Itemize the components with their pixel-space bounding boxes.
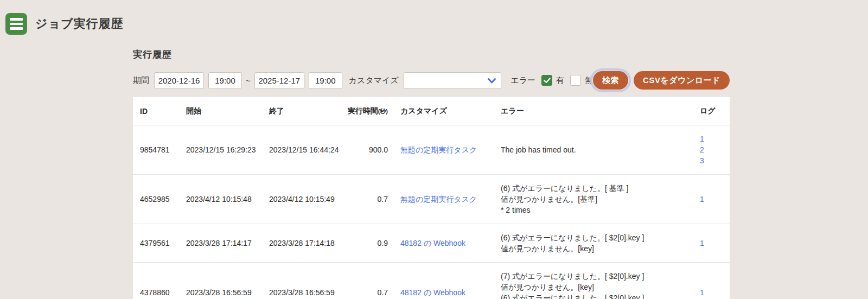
main-content: 実行履歴 期間 ~ カスタマイズ エラー 有 無 検索 CSVをダウンロード — [133, 48, 730, 299]
cell-start: 2023/4/12 10:15:48 — [179, 175, 262, 224]
cell-end: 2023/4/12 10:15:49 — [262, 175, 342, 224]
cell-start: 2023/3/28 17:14:17 — [179, 224, 262, 263]
table-row: 9854781 2023/12/15 16:29:23 2023/12/15 1… — [133, 125, 730, 175]
cell-customize: 48182 の Webhook — [392, 263, 493, 299]
cell-id: 9854781 — [133, 125, 179, 175]
header-error: エラー — [493, 97, 692, 125]
table-row: 4378860 2023/3/28 16:56:59 2023/3/28 16:… — [133, 263, 730, 299]
cell-id: 4652985 — [133, 175, 179, 224]
header-log: ログ — [692, 97, 730, 125]
cell-customize: 無題の定期実行タスク — [392, 125, 493, 175]
error-yes-label: 有 — [556, 75, 564, 86]
customize-task-link[interactable]: 無題の定期実行タスク — [400, 145, 477, 154]
job-history-table: ID 開始 終了 実行時間(秒) カスタマイズ エラー ログ 9854781 2… — [133, 97, 730, 299]
cell-logs: 1 — [692, 224, 730, 263]
log-link[interactable]: 1 — [700, 287, 704, 298]
cell-logs: 1 — [692, 263, 730, 299]
cell-end: 2023/3/28 16:56:59 — [262, 263, 342, 299]
cell-customize: 48182 の Webhook — [392, 224, 493, 263]
checkmark-icon — [544, 78, 551, 84]
header-id: ID — [133, 97, 179, 125]
cell-start: 2023/3/28 16:56:59 — [179, 263, 262, 299]
cell-end: 2023/3/28 17:14:18 — [262, 224, 342, 263]
table-header-row: ID 開始 終了 実行時間(秒) カスタマイズ エラー ログ — [133, 97, 730, 125]
time-to-input[interactable] — [309, 72, 342, 89]
header-end: 終了 — [262, 97, 342, 125]
date-from-input[interactable] — [154, 72, 204, 89]
cell-duration: 0.9 — [342, 224, 392, 263]
header-duration: 実行時間(秒) — [342, 97, 392, 125]
search-button[interactable]: 検索 — [593, 71, 628, 90]
top-bar: ジョブ実行履歴 — [0, 0, 868, 35]
period-label: 期間 — [133, 75, 149, 86]
customize-select[interactable] — [404, 72, 501, 89]
error-filter-label: エラー — [510, 75, 535, 86]
customize-filter-label: カスタマイズ — [349, 75, 399, 86]
header-start: 開始 — [179, 97, 262, 125]
cell-id: 4378860 — [133, 263, 179, 299]
error-yes-checkbox[interactable] — [541, 75, 552, 86]
range-separator: ~ — [246, 76, 251, 85]
cell-error: (7) 式がエラーになりました。[ $2[0].key ] 値が見つかりません。… — [493, 263, 692, 299]
cell-customize: 無題の定期実行タスク — [392, 175, 493, 224]
cell-duration: 900.0 — [342, 125, 392, 175]
cell-duration: 0.7 — [342, 263, 392, 299]
customize-webhook-link[interactable]: 48182 の Webhook — [400, 239, 465, 247]
filter-bar: 期間 ~ カスタマイズ エラー 有 無 検索 CSVをダウンロード — [133, 71, 730, 90]
csv-download-button[interactable]: CSVをダウンロード — [634, 71, 730, 90]
log-link[interactable]: 2 — [700, 144, 704, 155]
cell-logs: 1 — [692, 175, 730, 224]
log-link[interactable]: 1 — [700, 238, 704, 249]
log-link[interactable]: 1 — [700, 194, 704, 205]
cell-end: 2023/12/15 16:44:24 — [262, 125, 342, 175]
page-title: ジョブ実行履歴 — [35, 16, 124, 32]
cell-start: 2023/12/15 16:29:23 — [179, 125, 262, 175]
chevron-down-icon — [488, 78, 496, 84]
error-no-label: 無 — [585, 75, 593, 86]
cell-logs: 123 — [692, 125, 730, 175]
table-row: 4652985 2023/4/12 10:15:48 2023/4/12 10:… — [133, 175, 730, 224]
filter-buttons: 検索 CSVをダウンロード — [593, 71, 730, 90]
cell-id: 4379561 — [133, 224, 179, 263]
table-row: 4379561 2023/3/28 17:14:17 2023/3/28 17:… — [133, 224, 730, 263]
cell-error: (6) 式がエラーになりました。[ 基準 ] 値が見つかりません。[基準] * … — [493, 175, 692, 224]
date-to-input[interactable] — [254, 72, 304, 89]
hamburger-menu-icon[interactable] — [5, 13, 27, 35]
customize-task-link[interactable]: 無題の定期実行タスク — [400, 195, 477, 203]
error-no-checkbox[interactable] — [570, 75, 581, 86]
cell-error: The job has timed out. — [493, 125, 692, 175]
log-link[interactable]: 3 — [700, 155, 704, 166]
time-from-input[interactable] — [208, 72, 242, 89]
header-customize: カスタマイズ — [392, 97, 493, 125]
cell-duration: 0.7 — [342, 175, 392, 224]
customize-webhook-link[interactable]: 48182 の Webhook — [400, 288, 465, 297]
log-link[interactable]: 1 — [700, 133, 704, 144]
section-title: 実行履歴 — [133, 48, 730, 61]
cell-error: (6) 式がエラーになりました。[ $2[0].key ] 値が見つかりません。… — [493, 224, 692, 263]
